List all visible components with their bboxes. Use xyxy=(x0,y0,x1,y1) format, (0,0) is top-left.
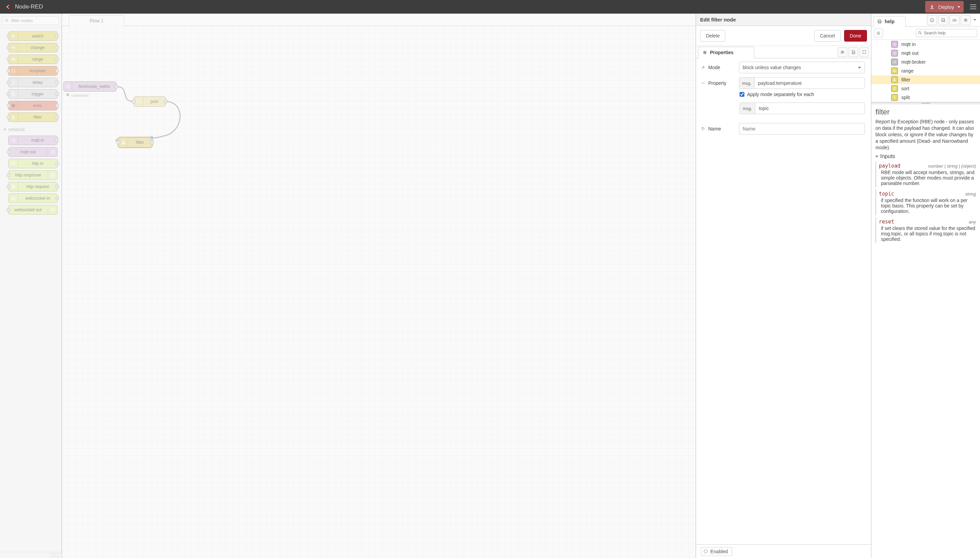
edit-actions: Delete Cancel Done xyxy=(696,26,871,46)
topic-prefix[interactable]: msg. xyxy=(740,103,755,114)
sidebar-help-button[interactable] xyxy=(938,15,948,25)
help-list-item-range[interactable]: range xyxy=(871,66,980,75)
node-appearance-button[interactable] xyxy=(859,48,869,57)
param-name: topic xyxy=(879,191,894,197)
tag-icon xyxy=(701,127,705,131)
property-input: msg. xyxy=(739,77,865,89)
edit-footer: Enabled xyxy=(696,544,871,558)
tab-properties[interactable]: Properties xyxy=(698,47,754,58)
sidebar-config-button[interactable] xyxy=(960,15,971,25)
node-description-button[interactable] xyxy=(849,48,858,57)
help-list-label: range xyxy=(901,68,914,74)
property-prefix[interactable]: msg. xyxy=(739,78,754,89)
workspace: Flow 1 /test/node_red/in connected json … xyxy=(62,14,696,558)
param-name: reset xyxy=(879,219,894,225)
info-icon xyxy=(929,18,934,23)
wrench-icon xyxy=(701,66,705,69)
brand: Node-RED xyxy=(0,3,47,10)
palette-dimmed-overlay xyxy=(0,14,62,558)
bug-icon xyxy=(952,18,957,23)
param-desc: if specified the function will work on a… xyxy=(879,198,976,214)
book-icon xyxy=(941,18,946,23)
sidebar-info-button[interactable] xyxy=(927,15,937,25)
help-list-item-mqtt-broker[interactable]: mqtt-broker xyxy=(871,57,980,66)
search-icon xyxy=(918,31,922,35)
hamburger-icon xyxy=(970,5,976,9)
property-value-input[interactable] xyxy=(754,78,865,89)
help-list-label: mqtt-broker xyxy=(901,59,926,65)
deploy-button[interactable]: Deploy xyxy=(925,1,964,13)
help-list-label: split xyxy=(901,95,910,100)
help-list-item-filter[interactable]: filter xyxy=(871,75,980,84)
done-button[interactable]: Done xyxy=(844,30,867,41)
help-param-topic: topicstringif specified the function wil… xyxy=(875,189,976,215)
delete-button[interactable]: Delete xyxy=(700,30,725,41)
help-content: filter Report by Exception (RBE) node - … xyxy=(871,104,980,558)
doc-icon xyxy=(851,50,856,54)
param-desc: RBE mode will accept numbers, strings, a… xyxy=(879,170,976,186)
row-apply-mode: Apply mode separately for each xyxy=(696,90,871,99)
filter-icon xyxy=(891,76,898,83)
row-property: Property msg. xyxy=(696,74,871,90)
node-palette: switchchangerangetemplatedelaytriggerexe… xyxy=(0,14,62,558)
edit-tray: Edit filter node Delete Cancel Done Prop… xyxy=(696,14,871,558)
param-type: any xyxy=(969,219,976,225)
edit-tabs: Properties xyxy=(696,46,871,58)
list-icon xyxy=(877,31,881,35)
name-input[interactable] xyxy=(739,123,865,135)
select-mode[interactable]: block unless value changes xyxy=(739,62,865,73)
node-settings-button[interactable] xyxy=(838,48,847,57)
label-name: Name xyxy=(701,126,735,131)
brand-icon xyxy=(4,4,11,10)
help-list-label: mqtt in xyxy=(901,41,916,47)
deploy-icon xyxy=(929,4,935,10)
help-title: filter xyxy=(875,108,976,117)
expand-icon xyxy=(862,50,867,54)
range-icon xyxy=(891,67,898,74)
ellipsis-icon xyxy=(701,81,705,85)
label-property: Property xyxy=(701,80,735,86)
workspace-dimmed-overlay xyxy=(62,14,696,558)
sidebar-debug-button[interactable] xyxy=(949,15,960,25)
help-section-inputs[interactable]: Inputs xyxy=(875,153,976,159)
help-list-item-mqtt-in[interactable]: mqtt in xyxy=(871,40,980,49)
help-list-item-split[interactable]: split xyxy=(871,93,980,102)
enabled-toggle[interactable]: Enabled xyxy=(701,547,732,556)
gear-icon xyxy=(702,50,707,55)
book-icon xyxy=(877,19,882,24)
label-mode: Mode xyxy=(701,65,735,70)
gear-icon xyxy=(840,50,845,54)
sidebar-tab-help[interactable]: help xyxy=(874,16,906,27)
help-search-input[interactable] xyxy=(916,29,977,37)
help-toc-button[interactable] xyxy=(874,29,883,38)
help-list-label: sort xyxy=(901,86,909,91)
help-list-label: filter xyxy=(901,77,910,82)
help-toolbar xyxy=(871,26,980,40)
circle-icon xyxy=(704,550,708,553)
help-list-item-mqtt-out[interactable]: mqtt out xyxy=(871,49,980,57)
row-topic: msg. xyxy=(696,99,871,115)
help-param-reset: resetanyif set clears the stored value f… xyxy=(875,217,976,243)
help-node-list[interactable]: mqtt inmqtt outmqtt-brokerrangefiltersor… xyxy=(871,40,980,102)
row-name: Name xyxy=(696,120,871,135)
radio-icon xyxy=(891,41,898,48)
topic-input: msg. xyxy=(739,103,865,114)
split-icon xyxy=(891,94,898,101)
help-search xyxy=(916,29,977,37)
apply-mode-checkbox[interactable] xyxy=(739,92,744,97)
main-menu-button[interactable] xyxy=(966,0,980,14)
param-desc: if set clears the stored value for the s… xyxy=(879,225,976,242)
brand-text: Node-RED xyxy=(15,3,43,10)
sidebar-more-button[interactable] xyxy=(972,15,978,25)
topic-value-input[interactable] xyxy=(755,103,865,114)
help-list-item-sort[interactable]: sort xyxy=(871,84,980,93)
row-mode: Mode block unless value changes xyxy=(696,58,871,74)
help-list-label: mqtt out xyxy=(901,51,919,56)
param-type: string xyxy=(965,192,976,197)
param-name: payload xyxy=(879,163,900,169)
gear-icon xyxy=(963,18,968,23)
radio-icon xyxy=(891,59,898,66)
help-param-payload: payloadnumber | string | (object)RBE mod… xyxy=(875,161,976,187)
cancel-button[interactable]: Cancel xyxy=(814,30,841,41)
edit-title: Edit filter node xyxy=(696,14,871,26)
